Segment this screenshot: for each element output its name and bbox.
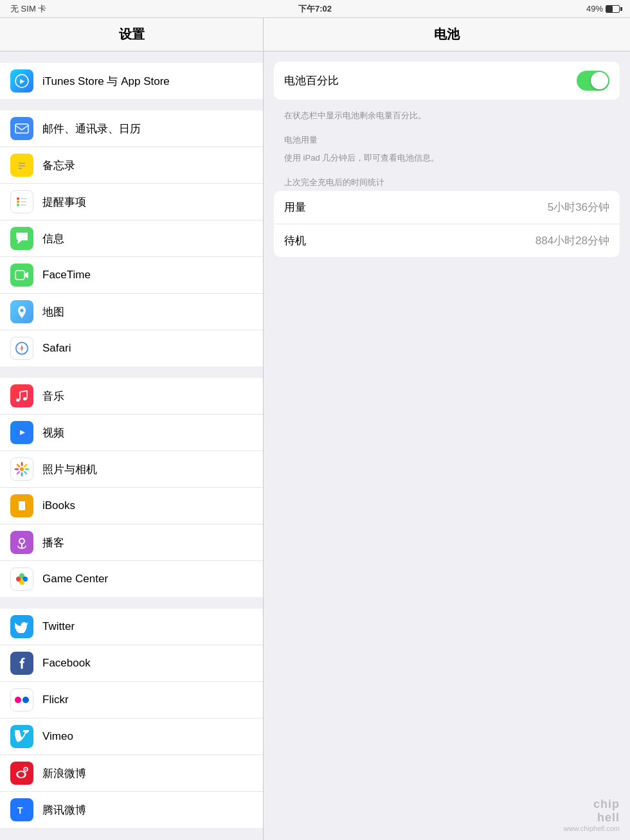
battery-percentage-hint: 在状态栏中显示电池剩余电量百分比。	[274, 106, 620, 128]
mail-label: 邮件、通讯录、日历	[42, 121, 141, 136]
sidebar-section-1: 邮件、通讯录、日历 备忘录	[0, 111, 263, 366]
flickr-icon	[10, 688, 33, 711]
sidebar-section-2: 音乐 视频	[0, 378, 263, 597]
svg-point-41	[22, 697, 29, 703]
sidebar-item-maps[interactable]: 地图	[0, 294, 263, 330]
svg-line-27	[17, 465, 19, 467]
notes-icon	[10, 154, 33, 177]
sidebar: 设置 iTunes Store 与 App Store	[0, 18, 264, 840]
ibooks-icon	[10, 494, 33, 517]
gamecenter-label: Game Center	[42, 573, 108, 585]
videos-label: 视频	[42, 425, 64, 440]
sidebar-item-music[interactable]: 音乐	[0, 378, 263, 415]
toggle-knob	[591, 72, 608, 89]
svg-point-22	[20, 467, 24, 471]
vimeo-icon	[10, 725, 33, 748]
svg-point-40	[15, 697, 21, 703]
weibo-label: 新浪微博	[42, 766, 86, 781]
sidebar-gap-1	[0, 99, 263, 111]
standby-value: 884小时28分钟	[536, 233, 609, 248]
svg-rect-1	[15, 124, 28, 133]
maps-label: 地图	[42, 305, 64, 319]
flickr-label: Flickr	[42, 693, 69, 706]
svg-point-13	[21, 309, 24, 312]
content-body: 电池百分比 在状态栏中显示电池剩余电量百分比。 电池用量 使用 iPad 几分钟…	[264, 51, 630, 274]
sidebar-item-facebook[interactable]: Facebook	[0, 645, 263, 682]
svg-point-45	[25, 769, 26, 770]
videos-icon	[10, 421, 33, 444]
music-label: 音乐	[42, 389, 64, 404]
battery-percentage-label: 电池百分比	[284, 73, 339, 88]
itunes-icon	[10, 69, 33, 93]
content-area: 电池 电池百分比 在状态栏中显示电池剩余电量百分比。 电池用量 使用 iPad …	[264, 18, 630, 840]
notes-label: 备忘录	[42, 158, 75, 173]
twitter-label: Twitter	[42, 620, 75, 633]
sidebar-item-facetime[interactable]: FaceTime	[0, 257, 263, 294]
battery-fill	[606, 6, 613, 12]
sidebar-gap-2	[0, 366, 263, 378]
main-layout: 设置 iTunes Store 与 App Store	[0, 18, 630, 840]
svg-point-43	[18, 772, 24, 777]
sidebar-item-mail[interactable]: 邮件、通讯录、日历	[0, 111, 263, 147]
facebook-label: Facebook	[42, 657, 91, 670]
status-bar: 无 SIM 卡 下午7:02 49%	[0, 0, 630, 18]
tencent-icon: T	[10, 798, 33, 821]
twitter-icon	[10, 615, 33, 638]
itunes-label: iTunes Store 与 App Store	[42, 74, 170, 89]
svg-point-7	[17, 201, 19, 203]
svg-point-6	[17, 197, 19, 200]
last-charge-title: 上次完全充电后的时间统计	[274, 170, 620, 191]
photos-icon	[10, 458, 33, 481]
safari-icon	[10, 337, 33, 360]
podcasts-label: 播客	[42, 535, 64, 550]
sidebar-title: 设置	[0, 18, 263, 51]
content-title: 电池	[264, 18, 630, 51]
music-icon	[10, 384, 33, 407]
battery-percentage-row: 电池百分比	[274, 62, 620, 100]
sidebar-item-flickr[interactable]: Flickr	[0, 682, 263, 719]
messages-icon	[10, 227, 33, 250]
time-label: 下午7:02	[298, 3, 332, 15]
standby-label: 待机	[284, 233, 306, 248]
svg-rect-12	[15, 271, 24, 280]
sidebar-item-reminders[interactable]: 提醒事项	[0, 184, 263, 220]
sidebar-item-photos[interactable]: 照片与相机	[0, 451, 263, 488]
usage-row: 用量 5小时36分钟	[274, 191, 620, 224]
facebook-icon	[10, 652, 33, 675]
battery-area: 49%	[586, 4, 620, 13]
sidebar-item-notes[interactable]: 备忘录	[0, 147, 263, 184]
sidebar-gap-3	[0, 597, 263, 609]
sidebar-item-twitter[interactable]: Twitter	[0, 609, 263, 645]
sidebar-item-weibo[interactable]: 新浪微博	[0, 755, 263, 792]
battery-percentage: 49%	[586, 4, 603, 13]
svg-point-34	[19, 539, 24, 544]
sidebar-item-gamecenter[interactable]: Game Center	[0, 561, 263, 597]
battery-usage-label: 电池用量	[274, 128, 620, 148]
svg-line-28	[24, 472, 26, 474]
facetime-icon	[10, 264, 33, 287]
svg-point-8	[17, 204, 19, 206]
svg-point-39	[19, 580, 24, 585]
reminders-label: 提醒事项	[42, 195, 86, 210]
battery-usage-hint: 使用 iPad 几分钟后，即可查看电池信息。	[274, 148, 620, 170]
tencent-label: 腾讯微博	[42, 803, 86, 818]
vimeo-label: Vimeo	[42, 730, 73, 743]
sidebar-item-tencent[interactable]: T 腾讯微博	[0, 792, 263, 828]
sidebar-item-messages[interactable]: 信息	[0, 220, 263, 257]
sidebar-item-vimeo[interactable]: Vimeo	[0, 719, 263, 755]
svg-text:T: T	[17, 805, 23, 816]
battery-percentage-toggle[interactable]	[577, 71, 609, 91]
svg-line-30	[17, 472, 19, 474]
carrier-label: 无 SIM 卡	[10, 3, 46, 15]
sidebar-item-ibooks[interactable]: iBooks	[0, 488, 263, 524]
podcasts-icon	[10, 531, 33, 554]
sidebar-section-0: iTunes Store 与 App Store	[0, 63, 263, 99]
sidebar-item-safari[interactable]: Safari	[0, 330, 263, 366]
usage-label: 用量	[284, 200, 306, 215]
facetime-label: FaceTime	[42, 269, 91, 281]
svg-line-29	[24, 465, 26, 467]
sidebar-item-videos[interactable]: 视频	[0, 415, 263, 451]
sidebar-item-podcasts[interactable]: 播客	[0, 524, 263, 561]
sidebar-item-itunes[interactable]: iTunes Store 与 App Store	[0, 63, 263, 99]
ibooks-label: iBooks	[42, 499, 75, 512]
